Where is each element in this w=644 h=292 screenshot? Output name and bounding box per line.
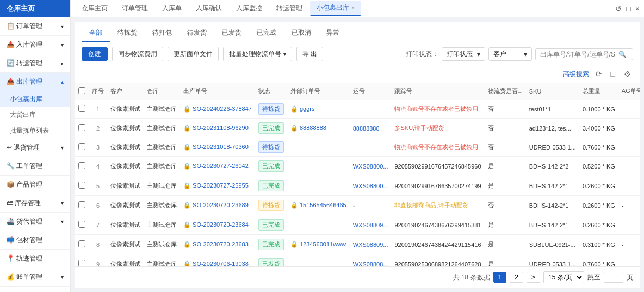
top-nav-tab-inbound-confirm[interactable]: 入库确认 — [189, 2, 228, 15]
expand-icon[interactable]: □ — [626, 4, 630, 13]
sidebar-item-transfer-mgmt[interactable]: 🔄 转运管理 ▸ — [0, 54, 70, 73]
row-checkbox[interactable] — [78, 182, 85, 189]
row-trace-no: 物流商账号不存在或者已被禁用 — [391, 100, 484, 119]
row-checkbox[interactable] — [78, 105, 85, 112]
sidebar-inventory-mgmt-label: 🗃 库存管理 — [7, 198, 41, 208]
sidebar-header[interactable]: 仓库主页 — [0, 0, 70, 17]
row-warehouse: 主测试仓库 — [144, 235, 180, 254]
row-logistics-ok: 是 — [485, 254, 526, 267]
sidebar-item-outbound-mgmt[interactable]: 📤 出库管理 ▴ — [0, 73, 70, 91]
export-button[interactable]: 导 出 — [296, 47, 323, 61]
create-button[interactable]: 创建 — [82, 47, 108, 61]
row-sku: BDHS-142-2*1 — [526, 176, 579, 196]
top-nav-tab-warehouse-home[interactable]: 仓库主页 — [75, 2, 114, 15]
row-tracking-no: WXS08800... — [350, 157, 392, 176]
refresh-doc-button[interactable]: 更新面单文件 — [168, 47, 219, 61]
row-ag-no: - — [618, 196, 640, 215]
sidebar-item-track-mgmt[interactable]: 📍 轨迹管理 — [0, 250, 70, 268]
sidebar-item-order-mgmt[interactable]: 📋 订单管理 ▾ — [0, 17, 70, 36]
sidebar-item-returns-mgmt[interactable]: ↩ 退货管理 ▾ — [0, 139, 70, 157]
top-nav-tab-order-mgmt[interactable]: 订单管理 — [115, 2, 154, 15]
filter-tab-shipped[interactable]: 已发货 — [214, 25, 249, 42]
row-outbound-no[interactable]: 🔒 SO-20230720-23683 — [180, 235, 255, 254]
sidebar-item-product-mgmt[interactable]: 📦 产品管理 — [0, 176, 70, 194]
row-outbound-no[interactable]: 🔒 SO-20240226-378847 — [180, 100, 255, 119]
sidebar-item-work-order-mgmt[interactable]: 🔧 工单管理 — [0, 157, 70, 176]
row-logistics-ok: 是 — [485, 215, 526, 235]
sidebar-item-billing-mgmt[interactable]: 💰 账单管理 ▾ — [0, 268, 70, 287]
row-weight: 0.2600 * KG — [579, 176, 618, 196]
sidebar-sub-batch-order-list[interactable]: 批量拣单列表 — [0, 123, 70, 139]
select-all-checkbox[interactable] — [78, 87, 85, 94]
toolbar: 创建 同步物流费用 更新面单文件 批量处理物流单号 ▾ 导 出 打印状态： 打印… — [75, 42, 640, 66]
page-btn-1[interactable]: 1 — [493, 272, 507, 283]
sidebar-item-customs-mgmt[interactable]: 🚢 货代管理 ▾ — [0, 213, 70, 231]
customer-select[interactable]: 客户 ▾ — [488, 47, 532, 61]
row-checkbox[interactable] — [78, 260, 85, 266]
adv-search-link[interactable]: 高级搜索 — [563, 70, 589, 79]
row-sku: UDRED-0533-1... — [526, 254, 579, 267]
search-input[interactable] — [540, 51, 616, 58]
top-nav-tab-transfer-ops[interactable]: 转运管理 — [270, 2, 309, 15]
row-status: 已完成 — [255, 176, 287, 196]
row-outbound-no[interactable]: 🔒 SO-20231018-70360 — [180, 138, 255, 157]
sync-button[interactable]: 同步物流费用 — [112, 47, 163, 61]
settings-icon[interactable]: ⚙ — [622, 69, 633, 79]
top-nav-tab-inbound-monitor[interactable]: 入库监控 — [230, 2, 269, 15]
per-page-select[interactable]: 15 条/页 30 条/页 50 条/页 — [543, 271, 584, 283]
row-seq: 9 — [89, 254, 107, 267]
filter-tab-all[interactable]: 全部 — [82, 25, 110, 42]
row-tracking-no: 88888888 — [350, 119, 392, 138]
row-outbound-no[interactable]: 🔒 SO-20230720-23689 — [180, 196, 255, 215]
close-tab-icon[interactable]: × — [351, 5, 355, 11]
close-icon[interactable]: × — [635, 4, 640, 13]
sidebar-work-order-mgmt-label: 🔧 工单管理 — [7, 161, 42, 171]
filter-tab-abnormal[interactable]: 异常 — [319, 25, 347, 42]
row-outbound-no[interactable]: 🔒 SO-20230706-19038 — [180, 254, 255, 267]
row-ext-order: 🔒 88888888 — [287, 119, 350, 138]
row-status: 已完成 — [255, 157, 287, 176]
filter-tab-cancelled[interactable]: 已取消 — [284, 25, 319, 42]
row-status: 已发货 — [255, 254, 287, 267]
search-icon[interactable]: 🔍 — [618, 51, 627, 58]
row-sku: BDHS-142-2*1 — [526, 215, 579, 235]
sidebar-item-inventory-mgmt[interactable]: 🗃 库存管理 ▾ — [0, 194, 70, 213]
data-table: 序号 客户 仓库 出库单号 状态 外部订单号 运号 跟踪号 物流费是否... S… — [75, 83, 640, 266]
top-nav-tab-inbound[interactable]: 入库单 — [156, 2, 188, 15]
th-trace-no: 跟踪号 — [391, 83, 484, 100]
row-outbound-no[interactable]: 🔒 SO-20231108-96290 — [180, 119, 255, 138]
sidebar-item-packaging-mgmt[interactable]: 📫 包材管理 — [0, 231, 70, 250]
print-status-select[interactable]: 打印状态 ▾ — [442, 47, 485, 61]
row-checkbox[interactable] — [78, 143, 85, 150]
row-outbound-no[interactable]: 🔒 SO-20230727-25955 — [180, 176, 255, 196]
sidebar-item-staff-mgmt[interactable]: 👥 员工管理 ▾ — [0, 287, 70, 292]
row-checkbox[interactable] — [78, 221, 85, 228]
filter-tab-done[interactable]: 已完成 — [249, 25, 284, 42]
grid-refresh-icon[interactable]: ⟳ — [593, 69, 604, 79]
row-checkbox[interactable] — [78, 240, 85, 247]
refresh-icon[interactable]: ↺ — [615, 4, 622, 13]
sidebar-sub-large-goods-outbound[interactable]: 大货出库 — [0, 107, 70, 123]
sidebar-customs-mgmt-label: 🚢 货代管理 — [7, 217, 42, 226]
batch-button[interactable]: 批量处理物流单号 ▾ — [223, 47, 292, 61]
top-nav-tab-small-pkg-outbound[interactable]: 小包裹出库 × — [310, 1, 361, 16]
filter-tab-pending-pack[interactable]: 待拣货 — [110, 25, 145, 42]
row-checkbox[interactable] — [78, 201, 85, 208]
row-logistics-ok: 否 — [485, 119, 526, 138]
row-outbound-no[interactable]: 🔒 SO-20230727-26042 — [180, 157, 255, 176]
sidebar-sub-small-pkg-outbound[interactable]: 小包裹出库 — [0, 91, 70, 107]
filter-tab-pending-box[interactable]: 待打包 — [145, 25, 179, 42]
page-btn-2[interactable]: 2 — [510, 272, 523, 283]
row-ext-order: - — [287, 176, 350, 196]
row-checkbox[interactable] — [78, 162, 85, 169]
row-warehouse: 主测试仓库 — [144, 196, 180, 215]
page-btn-next[interactable]: > — [527, 272, 540, 283]
row-outbound-no[interactable]: 🔒 SO-20230720-23684 — [180, 215, 255, 235]
fullscreen-icon[interactable]: □ — [609, 69, 617, 79]
page-jump-input[interactable] — [604, 272, 623, 283]
sidebar-item-inbound-mgmt[interactable]: 📥 入库管理 ▾ — [0, 36, 70, 54]
filter-tab-pending-ship[interactable]: 待发货 — [179, 25, 214, 42]
row-status: 待拣货 — [255, 100, 287, 119]
row-checkbox[interactable] — [78, 124, 85, 131]
row-status: 待拣货 — [255, 196, 287, 215]
